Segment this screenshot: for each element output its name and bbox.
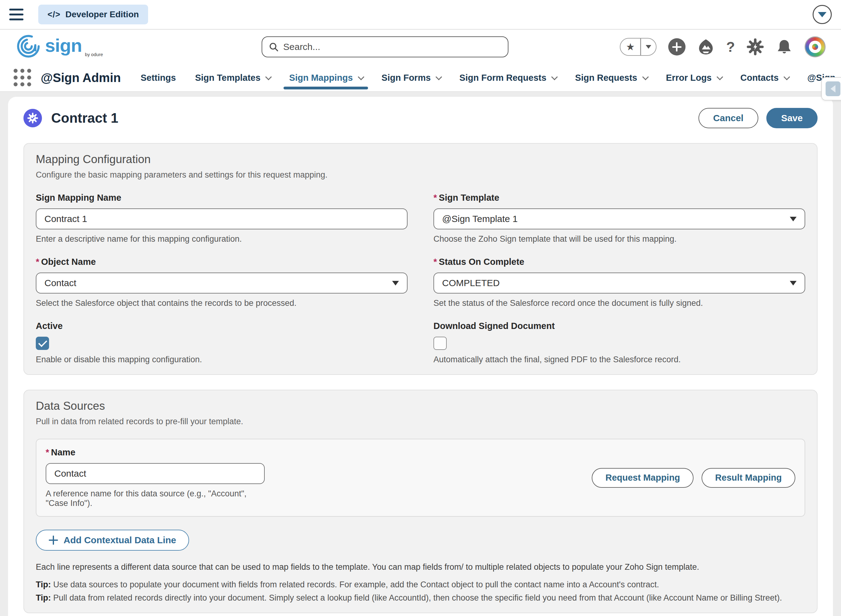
chevron-down-icon [392, 281, 399, 286]
search-input[interactable] [283, 42, 501, 52]
notifications-bell-icon[interactable] [776, 38, 793, 56]
tab-sign-forms[interactable]: Sign Forms [382, 64, 441, 91]
chevron-down-icon [357, 74, 364, 80]
tab-contacts[interactable]: Contacts [740, 64, 788, 91]
required-asterisk: * [434, 193, 437, 203]
tab-settings[interactable]: Settings [141, 64, 176, 91]
tab-sign-mappings[interactable]: Sign Mappings [289, 64, 362, 91]
sign-template-select[interactable]: @Sign Template 1 [434, 208, 805, 229]
app-navigation-bar: @Sign Admin SettingsSign TemplatesSign M… [0, 64, 841, 92]
page-background: Contract 1 Cancel Save Mapping Configura… [0, 92, 841, 616]
favorites-split-button[interactable]: ★ [620, 38, 657, 56]
object-name-select[interactable]: Contact [36, 273, 407, 293]
search-icon [268, 42, 279, 52]
app-name: @Sign Admin [41, 71, 121, 85]
result-mapping-button[interactable]: Result Mapping [701, 468, 795, 488]
tab-sign-requests[interactable]: Sign Requests [575, 64, 647, 91]
chevron-down-icon [784, 74, 790, 80]
field-status-on-complete: * Status On Complete COMPLETED Set the s… [434, 257, 805, 308]
chevron-down-icon [818, 12, 826, 17]
required-asterisk: * [36, 257, 39, 267]
data-sources-note: Each line represents a different data so… [36, 562, 805, 572]
data-sources-section: Data Sources Pull in data from related r… [24, 390, 817, 613]
chevron-down-icon [551, 74, 558, 80]
code-icon: </> [47, 10, 60, 19]
section-title: Data Sources [36, 400, 805, 412]
app-header: sign by odure ★ ? [0, 29, 841, 64]
user-menu-button[interactable] [813, 5, 832, 24]
top-utility-bar: </> Developer Edition [0, 0, 841, 29]
required-asterisk: * [46, 447, 49, 458]
field-data-source-name: * Name A reference name for this data so… [46, 447, 265, 508]
mapping-configuration-section: Mapping Configuration Configure the basi… [24, 143, 817, 375]
chevron-down-icon [716, 74, 723, 80]
download-signed-document-checkbox[interactable] [434, 337, 447, 350]
help-icon[interactable]: ? [726, 38, 735, 55]
tip-line: Tip: Use data sources to populate your d… [36, 580, 805, 590]
request-mapping-button[interactable]: Request Mapping [592, 468, 694, 488]
plus-icon [49, 535, 58, 545]
developer-edition-badge[interactable]: </> Developer Edition [38, 4, 148, 24]
user-avatar[interactable] [804, 37, 826, 57]
header-icon-row: ★ ? [620, 29, 826, 64]
save-button[interactable]: Save [766, 108, 817, 128]
chevron-down-icon [265, 74, 272, 80]
at-swirl-logo-icon [16, 34, 41, 59]
chevron-down-icon [436, 74, 442, 80]
star-icon: ★ [620, 38, 640, 55]
active-checkbox[interactable] [36, 337, 49, 350]
field-download-signed-document: Download Signed Document Automatically a… [434, 321, 805, 364]
sign-logo: sign by odure [16, 34, 104, 59]
app-launcher-icon[interactable] [13, 69, 31, 87]
field-active: Active Enable or disable this mapping co… [36, 321, 407, 364]
developer-edition-label: Developer Edition [65, 10, 139, 19]
hamburger-menu-icon[interactable] [9, 9, 24, 21]
mapping-record-icon [24, 109, 42, 127]
tab-error-logs[interactable]: Error Logs [666, 64, 721, 91]
logo-subtext: by odure [85, 52, 103, 57]
add-contextual-data-line-button[interactable]: Add Contextual Data Line [36, 529, 189, 551]
nav-tabs: SettingsSign TemplatesSign MappingsSign … [141, 64, 841, 91]
tab-sign-templates[interactable]: Sign Templates [195, 64, 270, 91]
tab-sign-form-requests[interactable]: Sign Form Requests [459, 64, 556, 91]
sign-mapping-name-input[interactable] [36, 208, 407, 229]
setup-gear-icon[interactable] [747, 38, 764, 56]
chevron-down-icon [642, 74, 648, 80]
field-object-name: * Object Name Contact Select the Salesfo… [36, 257, 407, 308]
collapse-panel-button[interactable] [821, 77, 841, 101]
section-description: Pull in data from related records to pre… [36, 417, 805, 427]
global-actions-button[interactable] [668, 38, 685, 56]
field-sign-template: * Sign Template @Sign Template 1 Choose … [434, 193, 805, 244]
required-asterisk: * [434, 257, 437, 267]
record-header: Contract 1 Cancel Save [24, 108, 817, 128]
arrow-left-icon [831, 85, 835, 92]
tip-line: Tip: Pull data from related records dire… [36, 593, 805, 603]
field-sign-mapping-name: Sign Mapping Name Enter a descriptive na… [36, 193, 407, 244]
trailhead-icon[interactable] [697, 38, 715, 56]
data-source-name-input[interactable] [46, 463, 265, 484]
global-search[interactable] [262, 37, 509, 57]
chevron-down-icon [790, 217, 797, 221]
section-title: Mapping Configuration [36, 153, 805, 166]
page-title: Contract 1 [51, 110, 119, 126]
cancel-button[interactable]: Cancel [698, 108, 758, 128]
section-description: Configure the basic mapping parameters a… [36, 170, 805, 180]
logo-text: sign [45, 34, 82, 57]
record-card: Contract 1 Cancel Save Mapping Configura… [8, 97, 833, 616]
favorites-caret-button[interactable] [641, 38, 656, 55]
chevron-down-icon [790, 281, 797, 286]
data-source-row: * Name A reference name for this data so… [36, 439, 805, 517]
status-on-complete-select[interactable]: COMPLETED [434, 273, 805, 293]
